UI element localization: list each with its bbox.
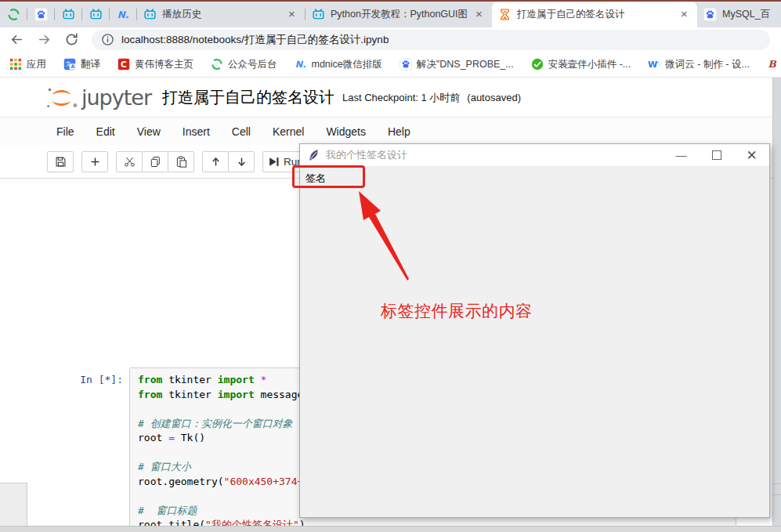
hourglass-icon	[498, 8, 512, 21]
browser-tab[interactable]: N.	[110, 2, 136, 27]
bookmark-item[interactable]: 解决"DNS_PROBE_...	[400, 58, 514, 71]
add-cell-button[interactable]	[81, 151, 108, 172]
cell-prompt: In [*]:	[49, 367, 129, 532]
browser-logo-icon	[7, 8, 20, 21]
paste-cell-button[interactable]	[168, 151, 194, 172]
move-cell-up-button[interactable]	[202, 151, 229, 172]
move-down-icon	[236, 156, 248, 168]
bookmarks-bar: 应用文A翻译C黄伟博客主页公众号后台N.mdnice微信排版解决"DNS_PRO…	[0, 52, 781, 78]
annotation-arrow	[341, 184, 415, 286]
svg-text:N.: N.	[295, 60, 306, 70]
bookmark-item[interactable]: C黄伟博客主页	[118, 58, 193, 71]
minimize-icon[interactable]: —	[663, 144, 699, 166]
cut-cell-button[interactable]	[116, 151, 143, 172]
b-badge-icon: B	[767, 58, 779, 71]
run-icon	[268, 156, 280, 168]
browser-tab[interactable]	[0, 2, 27, 27]
tab-title: Python开发教程：PythonGUI图	[331, 8, 467, 21]
tab-divider	[27, 9, 27, 20]
url-field[interactable]: localhost:8888/notebooks/打造属于自己的签名设计.ipy…	[92, 30, 770, 50]
vertical-scrollbar[interactable]	[772, 78, 781, 526]
code-token: from	[138, 374, 162, 385]
close-icon[interactable]: ✕	[734, 144, 769, 166]
jupyter-header: jupyter 打造属于自己的签名设计 Last Checkpoint: 1 小…	[0, 78, 781, 117]
tab-divider	[54, 9, 55, 20]
paste-icon	[175, 156, 187, 168]
bookmark-item[interactable]: N.mdnice微信排版	[295, 58, 382, 71]
browser-tab[interactable]	[55, 2, 81, 27]
forward-icon[interactable]	[37, 32, 52, 47]
bookmark-item[interactable]: 安装壹伴小插件 -...	[531, 58, 631, 71]
bilibili-tv-icon	[89, 8, 103, 21]
menu-insert[interactable]: Insert	[172, 118, 221, 146]
mdnice-icon: N.	[117, 8, 130, 21]
browser-status-bubble	[0, 483, 27, 527]
tab-divider	[136, 9, 137, 20]
apps-grid-icon	[9, 58, 22, 71]
code-token: "600x450+374+	[224, 476, 304, 487]
copy-cell-button[interactable]	[142, 151, 168, 172]
url-text: localhost:8888/notebooks/打造属于自己的签名设计.ipy…	[121, 33, 389, 47]
menu-view[interactable]: View	[126, 118, 172, 146]
bookmark-label: 应用	[27, 58, 46, 71]
bilibili-tv-icon	[312, 8, 325, 21]
toolbar-group	[202, 151, 255, 172]
green-check-icon	[531, 58, 544, 71]
jupyter-menubar: FileEditViewInsertCellKernelWidgetsHelp	[0, 117, 781, 145]
menu-cell[interactable]: Cell	[221, 118, 262, 146]
move-cell-down-button[interactable]	[228, 151, 255, 172]
tab-close-icon[interactable]: ×	[678, 8, 691, 21]
menu-help[interactable]: Help	[377, 118, 421, 146]
bilibili-tv-icon	[62, 8, 75, 21]
c-badge-icon: C	[118, 58, 130, 71]
bookmark-item[interactable]: BWin...	[767, 58, 781, 71]
notebook-title[interactable]: 打造属于自己的签名设计	[162, 87, 334, 108]
translate-icon: 文A	[63, 58, 76, 71]
code-token: tkinter	[162, 389, 217, 400]
bookmark-item[interactable]: 文A翻译	[63, 58, 100, 71]
jupyter-wordmark: jupyter	[81, 85, 151, 110]
code-token: # 创建窗口：实例化一个窗口对象	[138, 418, 293, 429]
menu-kernel[interactable]: Kernel	[262, 118, 315, 146]
browser-tab-active[interactable]: 打造属于自己的签名设计×	[492, 2, 697, 27]
jupyter-logo[interactable]: jupyter	[45, 85, 151, 110]
browser-tab[interactable]: 播放历史×	[137, 2, 305, 27]
bookmark-item[interactable]: 应用	[9, 58, 46, 71]
back-icon[interactable]	[9, 32, 24, 47]
baidu-paw-icon	[703, 8, 717, 21]
menu-edit[interactable]: Edit	[85, 118, 126, 146]
bilibili-tv-icon	[143, 8, 157, 21]
maximize-icon[interactable]	[699, 144, 734, 166]
menu-file[interactable]: File	[45, 118, 85, 146]
bookmark-label: 公众号后台	[228, 58, 277, 71]
browser-tab[interactable]	[82, 2, 109, 27]
menu-widgets[interactable]: Widgets	[315, 118, 377, 146]
code-token: *	[261, 374, 267, 385]
code-token: # 窗口标题	[138, 505, 197, 516]
tab-close-icon[interactable]: ×	[472, 8, 486, 21]
tab-close-icon[interactable]: ×	[285, 8, 298, 21]
screen: N.播放历史×Python开发教程：PythonGUI图×打造属于自己的签名设计…	[0, 0, 781, 532]
tab-divider	[109, 9, 110, 20]
tab-title: 播放历史	[162, 8, 280, 21]
tkinter-title-bar[interactable]: 我的个性签名设计 — ✕	[300, 144, 769, 167]
code-token: tkinter	[162, 374, 217, 385]
code-token: import	[218, 389, 255, 400]
browser-tab-bar: N.播放历史×Python开发教程：PythonGUI图×打造属于自己的签名设计…	[0, 2, 781, 27]
browser-tab[interactable]: Python开发教程：PythonGUI图×	[306, 2, 492, 27]
browser-tab[interactable]: MySQL_百	[697, 2, 781, 27]
code-token: root.geometry(	[138, 476, 224, 487]
bookmark-item[interactable]: 公众号后台	[211, 58, 277, 71]
bookmark-item[interactable]: W微词云 - 制作 - 设...	[648, 58, 750, 71]
browser-tab[interactable]	[27, 2, 54, 27]
reload-icon[interactable]	[64, 32, 79, 47]
page-info-icon[interactable]	[101, 33, 114, 46]
code-token: root	[138, 432, 168, 443]
svg-text:W: W	[648, 60, 657, 70]
green-rings-icon	[211, 58, 223, 71]
bookmark-label: 微词云 - 制作 - 设...	[665, 58, 750, 71]
baidu-paw-icon	[400, 58, 412, 71]
save-button[interactable]	[47, 151, 74, 172]
bookmark-label: 黄伟博客主页	[135, 58, 193, 71]
toolbar-group	[81, 151, 108, 172]
